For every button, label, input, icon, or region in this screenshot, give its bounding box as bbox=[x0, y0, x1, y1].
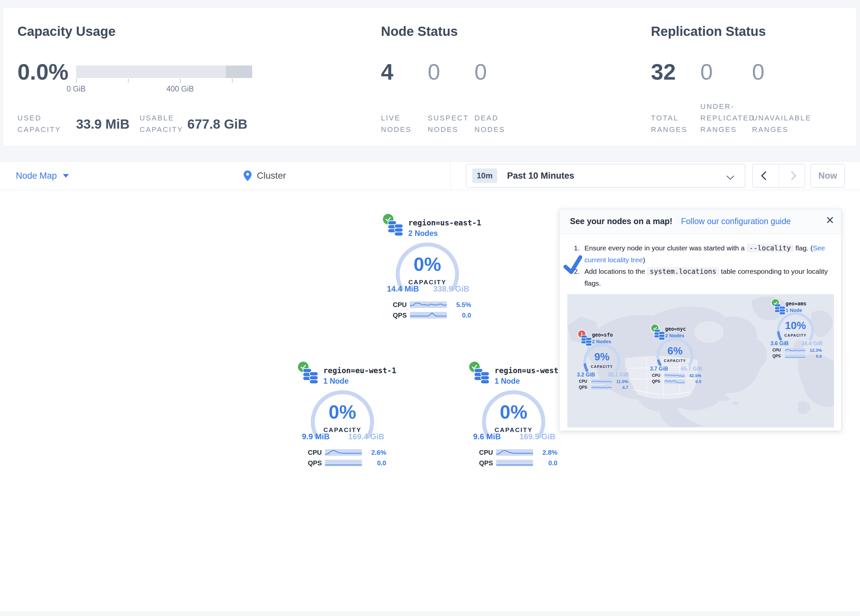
popup-body: 1. Ensure every node in your cluster was… bbox=[559, 234, 841, 289]
used-capacity-value: 33.9 MiB bbox=[76, 117, 129, 132]
database-stack-icon bbox=[303, 368, 319, 385]
cpu-value: 2.6% bbox=[362, 449, 386, 456]
capacity-usage-percent: 0.0% bbox=[17, 59, 69, 85]
qps-sparkline bbox=[591, 385, 612, 390]
qps-sparkline bbox=[325, 460, 362, 466]
qps-value: 0.0 bbox=[447, 312, 471, 319]
node-status-title: Node Status bbox=[381, 24, 458, 39]
qps-sparkline bbox=[496, 460, 533, 466]
capacity-usage-title: Capacity Usage bbox=[17, 24, 116, 39]
total-capacity: 169.5 GiB bbox=[519, 432, 556, 441]
locality-label: geo=nyc bbox=[665, 326, 686, 332]
qps-metric-row: QPS 0.0 bbox=[479, 458, 557, 468]
cpu-sparkline bbox=[664, 373, 685, 378]
bar-tick-label-400: 400 GiB bbox=[166, 85, 194, 94]
used-capacity-label: USEDCAPACITY bbox=[17, 100, 61, 135]
map-configuration-popup: See your nodes on a map! Follow our conf… bbox=[559, 209, 841, 431]
locality-label: geo=ams bbox=[786, 301, 806, 307]
cpu-metric-row: CPU 2.6% bbox=[308, 447, 386, 458]
database-stack-icon bbox=[474, 368, 490, 385]
unavailable-ranges-value: 0 bbox=[752, 59, 764, 85]
breadcrumb[interactable]: Cluster bbox=[244, 161, 286, 190]
view-selector-node-map[interactable]: Node Map bbox=[16, 161, 69, 190]
total-capacity: 169.4 GiB bbox=[348, 432, 384, 441]
live-nodes-value: 4 bbox=[381, 59, 394, 85]
suspect-nodes-label: SUSPECTNODES bbox=[428, 100, 469, 135]
under-replicated-ranges-value: 0 bbox=[700, 59, 713, 85]
cpu-metric-row: CPU 2.8% bbox=[479, 447, 557, 458]
chevron-left-icon bbox=[761, 171, 770, 180]
region-locality-label: region=eu-west-1 bbox=[323, 366, 396, 375]
node-map-canvas: region=us-east-1 2 Nodes 0% CAPACITY 14.… bbox=[0, 190, 860, 611]
capacity-gauge: 9% CAPACITY bbox=[580, 342, 624, 375]
qps-sparkline bbox=[664, 379, 685, 384]
capacity-percent: 0% bbox=[393, 253, 462, 275]
used-capacity: 3.2 GiB bbox=[577, 372, 595, 378]
capacity-bar-reserved-segment bbox=[226, 66, 252, 78]
region-node-count: 1 Node bbox=[323, 377, 349, 386]
total-capacity: 65.7 GiB bbox=[681, 366, 702, 372]
cpu-sparkline bbox=[325, 449, 362, 456]
locality-flag-code: --locality bbox=[747, 244, 794, 252]
database-stack-icon bbox=[388, 220, 403, 237]
cpu-value: 5.5% bbox=[447, 301, 471, 309]
live-nodes-label: LIVENODES bbox=[381, 100, 411, 135]
capacity-usage-bar bbox=[76, 66, 252, 78]
capacity-percent: 0% bbox=[308, 401, 377, 423]
cluster-summary-card: Capacity Usage 0.0% 0 GiB 400 GiB USEDCA… bbox=[3, 7, 857, 146]
setup-step-2: 2. Add locations to the system.locations… bbox=[574, 266, 828, 289]
qps-value: 0.0 bbox=[362, 459, 386, 467]
region-locality-label: region=us-west-1 bbox=[494, 366, 568, 375]
used-capacity: 9.6 MiB bbox=[473, 432, 501, 441]
time-step-back-button[interactable] bbox=[753, 164, 779, 187]
view-selector-label: Node Map bbox=[16, 171, 57, 181]
total-capacity: 338.9 GiB bbox=[433, 284, 469, 293]
used-capacity: 14.4 MiB bbox=[387, 284, 419, 293]
dead-nodes-label: DEADNODES bbox=[474, 100, 505, 135]
toolbar-divider bbox=[450, 161, 451, 190]
chevron-down-icon bbox=[727, 172, 734, 180]
time-step-buttons bbox=[752, 164, 805, 188]
total-capacity: 34.4 GiB bbox=[801, 340, 822, 346]
unavailable-ranges-label: UNAVAILABLERANGES bbox=[752, 100, 811, 135]
qps-sparkline bbox=[410, 312, 447, 318]
map-toolbar: Node Map Cluster 10m Past 10 Minutes Now bbox=[0, 161, 860, 190]
system-locations-code: system.locations bbox=[647, 267, 719, 276]
replication-status-title: Replication Status bbox=[651, 24, 766, 39]
now-button[interactable]: Now bbox=[811, 164, 845, 188]
region-locality-label: region=us-east-1 bbox=[408, 218, 481, 227]
under-replicated-ranges-label: UNDER-REPLICATEDRANGES bbox=[700, 100, 755, 135]
cpu-metric-row: CPU 5.5% bbox=[393, 299, 471, 310]
cpu-sparkline bbox=[785, 348, 805, 353]
time-range-dropdown[interactable]: 10m Past 10 Minutes bbox=[466, 164, 745, 188]
region-node-count: 2 Nodes bbox=[408, 229, 438, 238]
footer-strip bbox=[0, 611, 860, 616]
capacity-gauge: 10% CAPACITY bbox=[774, 311, 817, 343]
time-step-forward-button[interactable] bbox=[779, 164, 805, 187]
capacity-percent: 0% bbox=[479, 401, 548, 423]
region-node-count: 1 Node bbox=[494, 377, 520, 386]
usable-capacity-label: USABLECAPACITY bbox=[140, 100, 183, 135]
usable-capacity-value: 677.8 GiB bbox=[187, 117, 247, 132]
total-ranges-value: 32 bbox=[651, 59, 676, 85]
time-range-badge: 10m bbox=[472, 168, 497, 183]
cpu-sparkline bbox=[591, 379, 612, 384]
locality-label: geo=sfo bbox=[592, 332, 613, 338]
total-capacity: 35.1 GiB bbox=[608, 372, 629, 378]
bar-tick-label-zero: 0 GiB bbox=[66, 85, 86, 94]
configuration-guide-link[interactable]: Follow our configuration guide bbox=[681, 216, 791, 226]
qps-sparkline bbox=[785, 354, 805, 358]
qps-metric-row: QPS 0.0 bbox=[393, 310, 471, 320]
time-range-label: Past 10 Minutes bbox=[507, 171, 574, 181]
breadcrumb-label: Cluster bbox=[257, 171, 286, 181]
close-icon[interactable]: × bbox=[826, 213, 834, 227]
cpu-sparkline bbox=[496, 449, 533, 456]
popup-header: See your nodes on a map! Follow our conf… bbox=[559, 209, 841, 234]
total-ranges-label: TOTALRANGES bbox=[651, 100, 687, 135]
bar-tick bbox=[232, 78, 232, 83]
node-map-page: Capacity Usage 0.0% 0 GiB 400 GiB USEDCA… bbox=[0, 0, 860, 616]
capacity-gauge: 6% CAPACITY bbox=[653, 336, 697, 368]
setup-steps: 1. Ensure every node in your cluster was… bbox=[574, 242, 828, 289]
setup-step-1: 1. Ensure every node in your cluster was… bbox=[574, 242, 828, 266]
chevron-right-icon bbox=[787, 171, 796, 180]
